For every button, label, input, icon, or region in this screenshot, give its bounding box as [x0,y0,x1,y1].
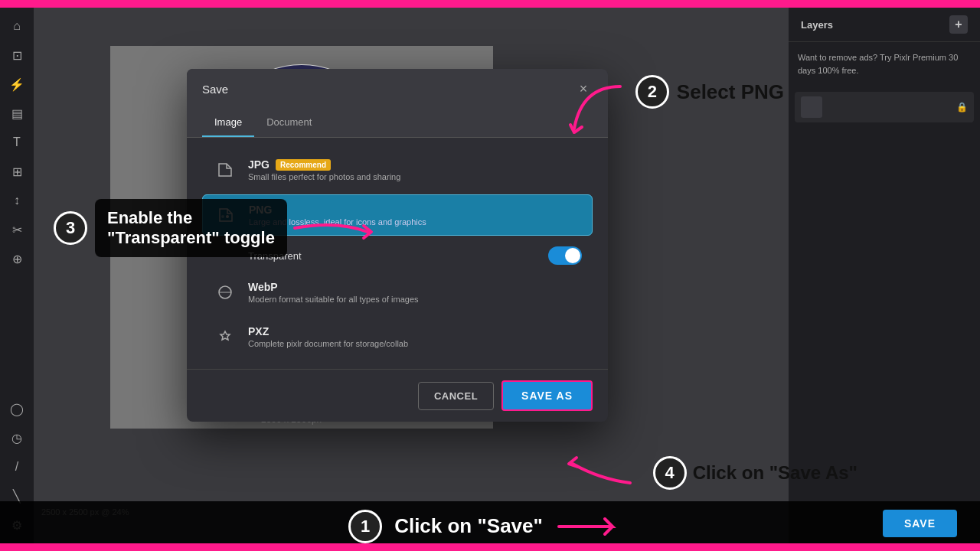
scissors-icon[interactable]: ✂ [5,217,29,242]
save-as-button[interactable]: SAVE AS [501,380,593,411]
step1-text: Click on "Save" [394,514,543,538]
lightning-icon[interactable]: ⚡ [5,72,29,96]
cancel-button[interactable]: CANCEL [418,382,494,410]
save-button[interactable]: SAVE [883,510,957,537]
layers-icon[interactable]: ▤ [5,101,29,126]
pxz-desc: Complete pixlr document for storage/coll… [248,339,582,348]
step1-arrow [555,511,632,542]
jpg-info: JPG Recommend Small files perfect for ph… [248,158,582,181]
add-layer-icon[interactable]: ⊕ [5,246,29,271]
pxz-icon [213,324,237,349]
dialog-footer: CANCEL SAVE AS [187,369,608,422]
step2-instruction: 2 Select PNG [635,75,784,109]
dialog-header: Save × [187,69,608,109]
step1-content: 1 Click on "Save" [348,510,632,543]
bottom-pink-bar [0,543,980,551]
step3-line1: Enable the [107,208,275,228]
webp-name: WebP [248,281,582,293]
webp-icon [213,280,237,305]
step3-circle: 3 [54,211,87,245]
top-pink-bar [0,0,980,8]
recommend-badge: Recommend [276,159,331,171]
step2-text: Select PNG [677,80,784,104]
step3-instruction: 3 Enable the "Transparent" toggle [54,199,383,257]
tab-document[interactable]: Document [254,109,324,137]
home-icon[interactable]: ⌂ [5,14,29,38]
layer-item[interactable]: 🔒 [795,92,974,122]
jpg-icon [213,158,237,182]
webp-desc: Modern format suitable for all types of … [248,295,582,304]
layer-thumbnail [801,96,822,118]
step3-bubble: Enable the "Transparent" toggle [95,199,287,257]
step4-instruction: 4 Click on "Save As" [653,456,858,490]
pxz-name: PXZ [248,325,582,337]
jpg-desc: Small files perfect for photos and shari… [248,172,582,181]
step4-circle: 4 [653,456,687,490]
tab-image[interactable]: Image [202,109,254,137]
dialog-tabs: Image Document [187,109,608,138]
ads-banner: Want to remove ads? Try Pixlr Premium 30… [789,42,980,86]
step1-circle: 1 [348,510,382,543]
transform-icon[interactable]: ↕ [5,188,29,213]
step2-circle: 2 [635,75,669,109]
transparent-toggle[interactable] [548,246,582,265]
crop-icon[interactable]: ⊡ [5,43,29,67]
toggle-knob [565,248,580,263]
format-jpg[interactable]: JPG Recommend Small files perfect for ph… [202,150,593,190]
lock-icon: 🔒 [956,102,968,112]
format-webp[interactable]: WebP Modern format suitable for all type… [202,272,593,312]
step3-arrow [291,209,383,247]
grid-icon[interactable]: ⊞ [5,159,29,184]
text-icon[interactable]: T [5,130,29,155]
step4-arrow [561,441,638,487]
brush-icon[interactable]: / [5,455,29,479]
panel-title: Layers [801,19,833,31]
panel-header: Layers + [789,8,980,42]
format-pxz[interactable]: PXZ Complete pixlr document for storage/… [202,317,593,357]
webp-info: WebP Modern format suitable for all type… [248,281,582,304]
pxz-info: PXZ Complete pixlr document for storage/… [248,325,582,348]
step4-text: Click on "Save As" [693,462,858,484]
dialog-title: Save [202,83,228,96]
left-toolbar: ⌂ ⊡ ⚡ ▤ T ⊞ ↕ ✂ ⊕ ◯ ◷ / ╲ ⚙ [0,8,34,543]
step3-line2: "Transparent" toggle [107,228,275,248]
jpg-name: JPG Recommend [248,158,582,171]
step2-arrow [567,83,628,144]
add-layer-button[interactable]: + [949,15,968,34]
clock-icon[interactable]: ◷ [5,425,29,450]
circle-icon[interactable]: ◯ [5,396,29,421]
